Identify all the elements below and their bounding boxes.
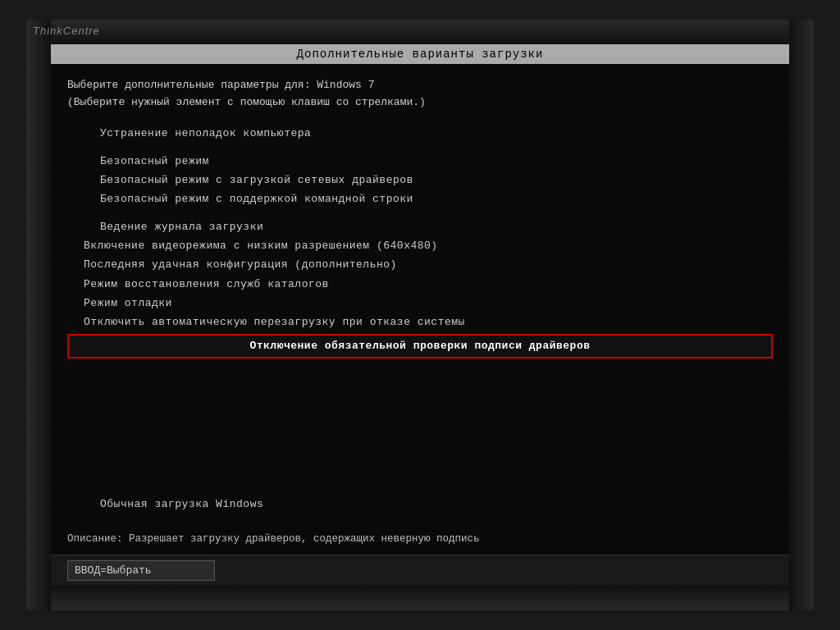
menu-item-lastgood[interactable]: Последняя удачная конфигурация (дополнит… <box>67 256 773 274</box>
description-section: Описание: Разрешает загрузку драйверов, … <box>51 527 789 555</box>
menu-item-safe-cmd[interactable]: Безопасный режим с поддержкой командной … <box>67 190 773 208</box>
menu-section: Устранение неполадок компьютера Безопасн… <box>67 125 773 492</box>
bezel-right <box>789 20 814 610</box>
menu-item-vga[interactable]: Включение видеорежима с низким разрешени… <box>67 237 773 255</box>
menu-item-log[interactable]: Ведение журнала загрузки <box>67 218 773 236</box>
menu-item-debug[interactable]: Режим отладки <box>67 294 773 313</box>
bezel-bottom <box>26 586 814 610</box>
menu-item-safe[interactable]: Безопасный режим <box>67 153 773 171</box>
brand-label: ThinkCentre <box>33 25 100 37</box>
menu-item-disable-signature[interactable]: Отключение обязательной проверки подписи… <box>67 334 773 358</box>
bezel-top <box>26 20 814 44</box>
menu-item-no-restart[interactable]: Отключить автоматическую перезагрузку пр… <box>67 313 773 331</box>
main-content: Выберите дополнительные параметры для: W… <box>51 64 789 527</box>
spacer-2 <box>67 209 773 217</box>
menu-item-normal-boot[interactable]: Обычная загрузка Windows <box>67 495 773 514</box>
menu-item-repair[interactable]: Устранение неполадок компьютера <box>67 125 773 143</box>
menu-item-safe-net[interactable]: Безопасный режим с загрузкой сетевых дра… <box>67 171 773 189</box>
footer-bar <box>51 555 789 586</box>
footer-input[interactable] <box>67 560 215 581</box>
description-text: Описание: Разрешает загрузку драйверов, … <box>67 533 773 545</box>
screen-title: Дополнительные варианты загрузки <box>51 44 789 64</box>
menu-item-ds-restore[interactable]: Режим восстановления служб каталогов <box>67 276 773 294</box>
subtitle: Выберите дополнительные параметры для: W… <box>67 77 773 112</box>
subtitle-line2: (Выберите нужный элемент с помощью клави… <box>67 94 773 112</box>
bezel-left <box>26 20 51 610</box>
photo-frame: ThinkCentre Дополнительные варианты загр… <box>26 20 814 610</box>
bios-screen: Дополнительные варианты загрузки Выберит… <box>51 44 789 586</box>
spacer-1 <box>67 144 773 152</box>
subtitle-line1: Выберите дополнительные параметры для: W… <box>67 77 773 94</box>
